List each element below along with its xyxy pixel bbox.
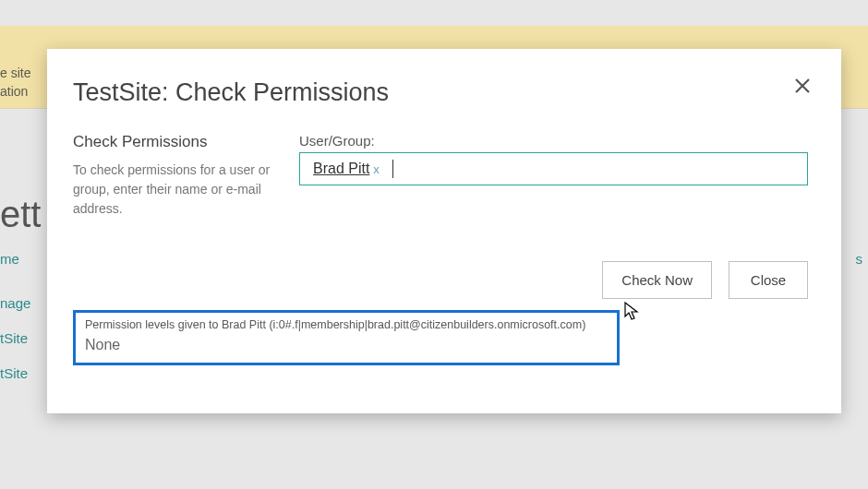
background-nav-link[interactable]: tSite: [0, 365, 28, 381]
dialog-body: Check Permissions To check permissions f…: [73, 133, 808, 219]
background-nav-link[interactable]: nage: [0, 295, 30, 311]
section-heading: Check Permissions: [73, 133, 271, 151]
picked-user-chip[interactable]: Brad Pitt: [313, 161, 369, 177]
permission-result-box: Permission levels given to Brad Pitt (i:…: [73, 310, 620, 365]
background-nav-link[interactable]: me: [0, 251, 19, 267]
user-group-people-picker[interactable]: Brad Pitt x: [299, 152, 808, 185]
dialog-title: TestSite: Check Permissions: [73, 78, 808, 107]
user-group-label: User/Group:: [299, 133, 808, 149]
background-nav-link-right[interactable]: s: [856, 251, 863, 267]
result-permission-level: None: [85, 337, 608, 353]
check-permissions-dialog: TestSite: Check Permissions Check Permis…: [47, 49, 841, 413]
text-caret: [392, 160, 393, 178]
background-text-fragment: e site: [0, 65, 30, 83]
background-text-fragment: ation: [0, 83, 28, 101]
check-now-button[interactable]: Check Now: [602, 261, 712, 299]
background-nav-link[interactable]: tSite: [0, 330, 28, 346]
left-description-column: Check Permissions To check permissions f…: [73, 133, 271, 219]
close-button[interactable]: Close: [729, 261, 808, 299]
background-page-heading-fragment: ett: [0, 194, 41, 235]
people-picker-input[interactable]: [395, 161, 798, 177]
dialog-button-row: Check Now Close: [73, 261, 808, 299]
close-icon[interactable]: [791, 75, 814, 97]
section-description: To check permissions for a user or group…: [73, 161, 271, 219]
result-heading: Permission levels given to Brad Pitt (i:…: [85, 318, 608, 331]
right-form-column: User/Group: Brad Pitt x: [299, 133, 808, 219]
remove-user-icon[interactable]: x: [373, 162, 380, 176]
